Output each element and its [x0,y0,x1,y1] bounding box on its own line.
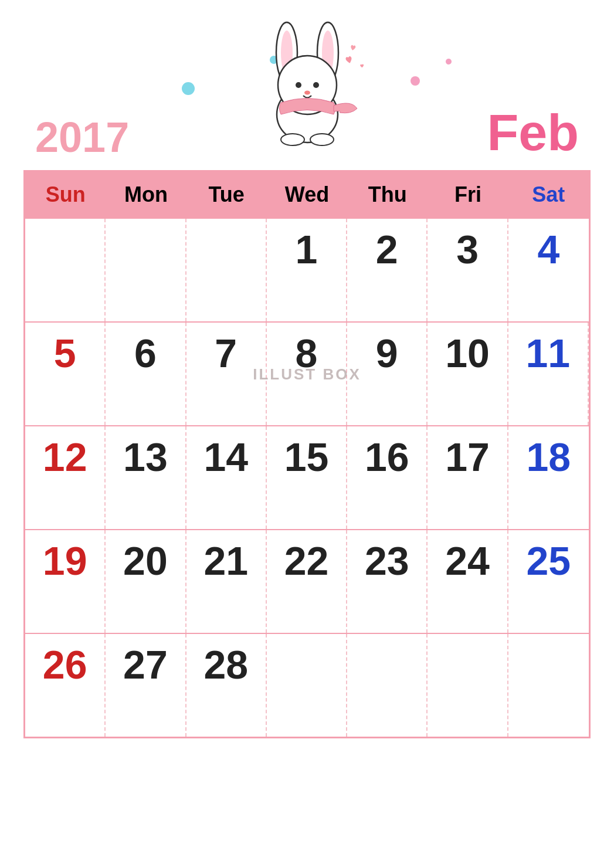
cal-cell-w2-d0: 5 [25,323,106,425]
day-number: 17 [428,437,507,477]
calendar-row-3: 12131415161718 [25,425,589,529]
col-tuesday: Tue [186,172,267,218]
cal-cell-w1-d5: 3 [428,219,508,321]
day-number: 24 [428,541,507,581]
day-number: 0 [428,645,507,684]
col-friday: Fri [428,172,508,218]
cal-cell-w1-d0: 0 [25,219,106,321]
cal-cell-w3-d0: 12 [25,426,106,529]
cal-cell-w5-d4: 0 [347,634,428,737]
cal-cell-w2-d4: 9 [347,323,428,425]
cal-cell-w5-d5: 0 [428,634,508,737]
col-saturday: Sat [508,172,589,218]
cal-cell-w4-d4: 23 [347,530,428,633]
cal-cell-w3-d1: 13 [106,426,186,529]
day-number: 2 [347,229,426,269]
day-number: 7 [186,333,266,373]
day-number: 15 [267,437,346,477]
calendar-row-2: 567891011ILLUST BOX [25,321,589,425]
cal-cell-w1-d4: 2 [347,219,428,321]
day-number: 21 [186,541,266,581]
svg-point-6 [296,82,301,88]
day-number: 0 [25,229,104,269]
calendar-row-1: 0001234 [25,218,589,321]
day-number: 11 [508,333,588,373]
cal-cell-w5-d6: 0 [508,634,589,737]
cal-cell-w3-d5: 17 [428,426,508,529]
bunny-illustration [225,6,389,158]
col-monday: Mon [106,172,186,218]
col-thursday: Thu [347,172,428,218]
day-number: 5 [25,333,104,373]
day-number: 26 [25,645,104,684]
day-number: 10 [428,333,507,373]
cal-cell-w1-d2: 0 [186,219,267,321]
day-number: 18 [508,437,589,477]
cal-cell-w3-d4: 16 [347,426,428,529]
cal-cell-w1-d3: 1 [267,219,347,321]
cal-cell-w2-d1: 6 [106,323,186,425]
svg-point-8 [304,91,310,95]
month-label: Feb [487,107,579,158]
cal-cell-w2-d3: 8 [267,323,347,425]
day-number: 19 [25,541,104,581]
calendar-row-4: 19202122232425 [25,529,589,633]
day-number: 0 [508,645,589,684]
cal-cell-w4-d3: 22 [267,530,347,633]
day-number: 12 [25,437,104,477]
cal-cell-w1-d1: 0 [106,219,186,321]
cal-cell-w4-d0: 19 [25,530,106,633]
day-number: 14 [186,437,266,477]
cal-cell-w1-d6: 4 [508,219,589,321]
cal-cell-w2-d6: 11 [508,323,589,425]
day-number: 4 [508,229,589,269]
day-number: 0 [186,229,266,269]
cal-cell-w4-d2: 21 [186,530,267,633]
day-number: 3 [428,229,507,269]
day-number: 0 [347,645,426,684]
cal-cell-w5-d1: 27 [106,634,186,737]
day-number: 27 [106,645,185,684]
day-number: 22 [267,541,346,581]
day-number: 13 [106,437,185,477]
day-number: 28 [186,645,266,684]
cal-cell-w4-d6: 25 [508,530,589,633]
cal-cell-w3-d3: 15 [267,426,347,529]
col-wednesday: Wed [267,172,347,218]
cal-cell-w4-d5: 24 [428,530,508,633]
cal-cell-w3-d6: 18 [508,426,589,529]
calendar-header: Sun Mon Tue Wed Thu Fri Sat [25,172,589,218]
cal-cell-w2-d5: 10 [428,323,508,425]
cal-cell-w3-d2: 14 [186,426,267,529]
calendar: Sun Mon Tue Wed Thu Fri Sat 000123456789… [23,170,591,738]
calendar-row-5: 2627280000 [25,633,589,737]
day-number: 0 [267,645,346,684]
col-sunday: Sun [25,172,106,218]
day-number: 25 [508,541,589,581]
day-number: 0 [106,229,185,269]
cal-cell-w5-d2: 28 [186,634,267,737]
day-number: 6 [106,333,185,373]
svg-point-9 [281,134,304,145]
day-number: 16 [347,437,426,477]
cal-cell-w4-d1: 20 [106,530,186,633]
svg-point-10 [310,134,334,145]
year-label: 2017 [35,116,129,158]
cal-cell-w5-d3: 0 [267,634,347,737]
cal-cell-w2-d2: 7 [186,323,267,425]
day-number: 23 [347,541,426,581]
day-number: 9 [347,333,426,373]
calendar-body: 0001234567891011ILLUST BOX12131415161718… [25,218,589,737]
day-number: 8 [267,333,346,373]
cal-cell-w5-d0: 26 [25,634,106,737]
day-number: 20 [106,541,185,581]
svg-point-7 [313,82,319,88]
day-number: 1 [267,229,346,269]
